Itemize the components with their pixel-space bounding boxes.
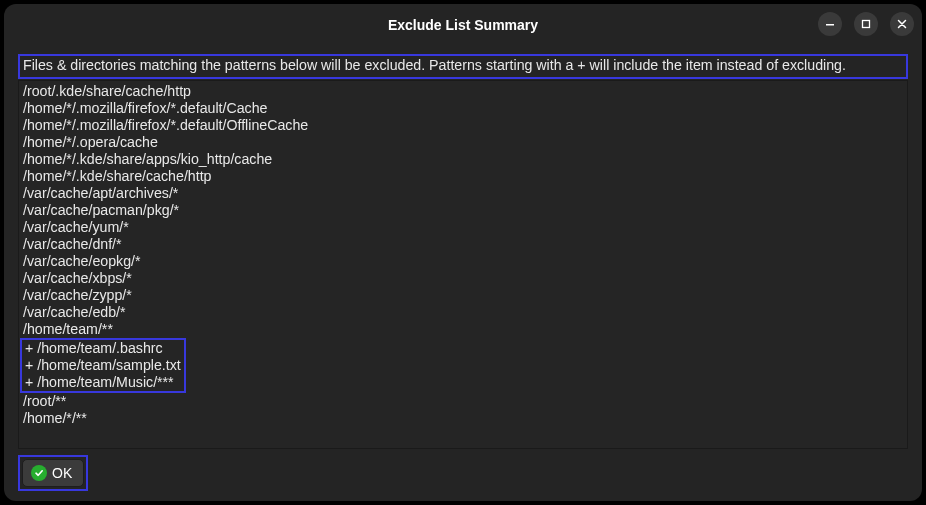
- description-text: Files & directories matching the pattern…: [18, 54, 908, 79]
- pattern-row: /var/cache/zypp/*: [23, 287, 903, 304]
- pattern-list: /root/.kde/share/cache/http/home/*/.mozi…: [23, 83, 903, 427]
- pattern-row: /root/.kde/share/cache/http: [23, 83, 903, 100]
- pattern-row: /var/cache/pacman/pkg/*: [23, 202, 903, 219]
- include-patterns-highlight: + /home/team/.bashrc+ /home/team/sample.…: [20, 338, 186, 393]
- pattern-row: /home/*/.mozilla/firefox/*.default/Cache: [23, 100, 903, 117]
- pattern-row: /home/team/**: [23, 321, 903, 338]
- maximize-button[interactable]: [854, 12, 878, 36]
- svg-rect-1: [863, 21, 870, 28]
- pattern-list-frame: /root/.kde/share/cache/http/home/*/.mozi…: [18, 80, 908, 449]
- dialog-content: Files & directories matching the pattern…: [4, 46, 922, 501]
- pattern-row: /home/*/.opera/cache: [23, 134, 903, 151]
- svg-rect-0: [826, 24, 834, 26]
- ok-highlight: OK: [18, 455, 88, 491]
- window-controls: [818, 12, 914, 36]
- pattern-row: /root/**: [23, 393, 903, 410]
- pattern-row: /var/cache/apt/archives/*: [23, 185, 903, 202]
- check-icon: [31, 465, 47, 481]
- ok-button[interactable]: OK: [22, 459, 84, 487]
- pattern-row: /home/*/.mozilla/firefox/*.default/Offli…: [23, 117, 903, 134]
- pattern-row: + /home/team/.bashrc: [25, 340, 181, 357]
- dialog-window: Exclude List Summary Files & directories…: [4, 4, 922, 501]
- maximize-icon: [861, 19, 871, 29]
- close-icon: [897, 19, 907, 29]
- pattern-row: /var/cache/xbps/*: [23, 270, 903, 287]
- pattern-row: /home/*/.kde/share/cache/http: [23, 168, 903, 185]
- pattern-row: /home/*/**: [23, 410, 903, 427]
- titlebar: Exclude List Summary: [4, 4, 922, 46]
- window-title: Exclude List Summary: [388, 17, 538, 33]
- close-button[interactable]: [890, 12, 914, 36]
- pattern-row: /var/cache/dnf/*: [23, 236, 903, 253]
- pattern-row: /var/cache/eopkg/*: [23, 253, 903, 270]
- minimize-icon: [825, 19, 835, 29]
- pattern-row: + /home/team/Music/***: [25, 374, 181, 391]
- button-bar: OK: [18, 449, 908, 491]
- ok-button-label: OK: [52, 465, 72, 481]
- pattern-row: /var/cache/yum/*: [23, 219, 903, 236]
- pattern-row: /home/*/.kde/share/apps/kio_http/cache: [23, 151, 903, 168]
- pattern-row: /var/cache/edb/*: [23, 304, 903, 321]
- minimize-button[interactable]: [818, 12, 842, 36]
- pattern-row: + /home/team/sample.txt: [25, 357, 181, 374]
